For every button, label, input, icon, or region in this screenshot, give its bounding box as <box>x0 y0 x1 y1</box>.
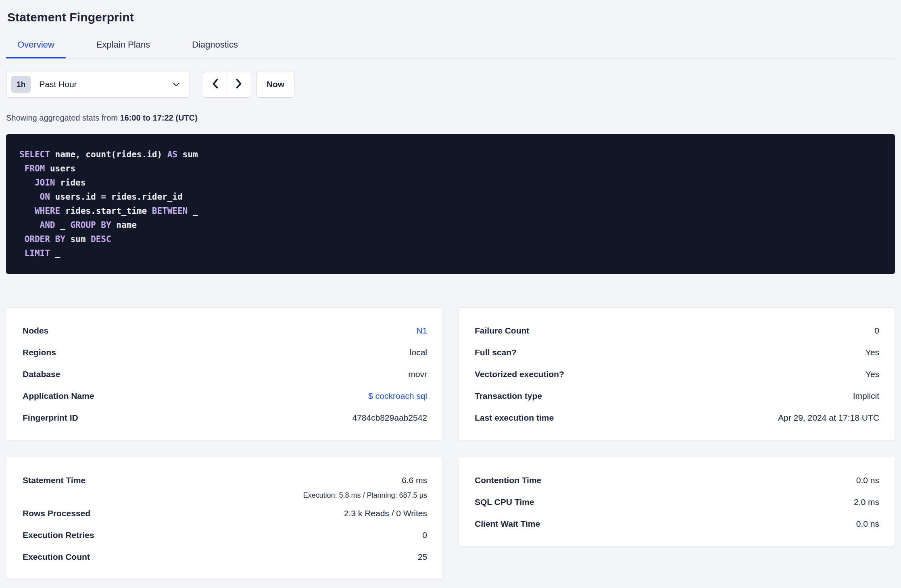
time-controls: 1h Past Hour Now <box>6 71 895 98</box>
stats-line-prefix: Showing aggregated stats from <box>6 113 118 122</box>
time-range-badge: 1h <box>11 76 31 93</box>
info-row-label: Statement Time <box>23 469 86 491</box>
tab-explain-plans[interactable]: Explain Plans <box>85 40 161 58</box>
now-button[interactable]: Now <box>257 71 294 98</box>
info-row: Regionslocal <box>23 342 427 363</box>
chevron-down-icon <box>173 82 180 87</box>
info-row: Contention Time0.0 ns <box>475 469 879 491</box>
sql-text: _ <box>50 248 60 258</box>
sql-keyword: AND <box>40 220 55 230</box>
info-row-value: 4784cb829aab2542 <box>352 413 427 423</box>
sql-keyword: ORDER BY <box>25 234 65 244</box>
info-row-label: Failure Count <box>475 326 529 336</box>
page-title: Statement Fingerprint <box>7 10 895 25</box>
sql-statement-box: SELECT name, count(rides.id) AS sum FROM… <box>6 134 895 274</box>
info-row-label: Application Name <box>23 391 94 401</box>
tab-bar: Overview Explain Plans Diagnostics <box>6 40 895 58</box>
time-range-label: Past Hour <box>39 79 77 89</box>
info-row-value: 6.6 ms <box>402 469 427 491</box>
sql-text: sum <box>177 150 198 159</box>
info-row-subvalue: Execution: 5.8 ms / Planning: 687.5 µs <box>303 491 427 499</box>
info-row-label: Full scan? <box>475 348 517 357</box>
sql-keyword: WHERE <box>35 206 60 216</box>
sql-text <box>19 220 40 230</box>
sql-text: name, count(rides.id) <box>50 150 167 159</box>
sql-line: LIMIT _ <box>19 246 882 261</box>
info-row: Databasemovr <box>23 363 427 385</box>
info-row: Execution Retries0 <box>23 524 427 546</box>
tab-overview[interactable]: Overview <box>6 40 66 58</box>
sql-text <box>19 178 35 188</box>
chevron-right-icon <box>236 78 242 90</box>
info-row-label: Vectorized execution? <box>475 369 564 379</box>
info-row-value: Yes <box>866 348 879 357</box>
sql-text: _ <box>188 206 198 216</box>
sql-keyword: DESC <box>91 234 111 244</box>
sql-keyword: LIMIT <box>25 248 50 258</box>
sql-keyword: AS <box>167 150 177 159</box>
sql-keyword: GROUP BY <box>70 220 111 230</box>
info-row: Transaction typeImplicit <box>475 385 879 407</box>
sql-line: ORDER BY sum DESC <box>19 232 882 246</box>
sql-line: SELECT name, count(rides.id) AS sum <box>19 148 882 162</box>
info-row-value: Implicit <box>853 391 879 401</box>
sql-text <box>19 164 25 173</box>
info-row-label: Rows Processed <box>23 509 90 518</box>
info-row: Statement Time6.6 msExecution: 5.8 ms / … <box>23 469 427 499</box>
prev-time-button[interactable] <box>203 71 227 97</box>
info-row-label: Client Wait Time <box>475 519 540 529</box>
timing-stats-card: Contention Time0.0 nsSQL CPU Time2.0 msC… <box>458 457 895 546</box>
sql-text: sum <box>65 234 91 244</box>
sql-text <box>19 192 40 202</box>
info-row: SQL CPU Time2.0 ms <box>475 491 879 513</box>
sql-keyword: FROM <box>25 164 45 173</box>
info-row-label: Nodes <box>23 326 48 336</box>
info-row-value: 2.0 ms <box>854 497 879 507</box>
sql-text: name <box>111 220 137 230</box>
info-row: NodesN1 <box>23 320 427 342</box>
tab-diagnostics[interactable]: Diagnostics <box>181 40 249 58</box>
info-row-label: Database <box>23 369 60 379</box>
info-row-value: 0.0 ns <box>856 475 879 485</box>
info-row: Failure Count0 <box>475 320 879 342</box>
info-value-link[interactable]: N1 <box>416 326 427 336</box>
sql-keyword: ON <box>40 192 50 202</box>
sql-keyword: BETWEEN <box>152 206 188 216</box>
info-row-value: 0 <box>874 326 879 336</box>
info-value-link[interactable]: $ cockroach sql <box>368 391 427 401</box>
info-row-value-block: 6.6 msExecution: 5.8 ms / Planning: 687.… <box>303 469 427 499</box>
sql-keyword: JOIN <box>35 178 55 188</box>
statement-fingerprint-page: Statement Fingerprint Overview Explain P… <box>0 0 901 588</box>
time-range-picker[interactable]: 1h Past Hour <box>6 71 190 98</box>
info-row: Full scan?Yes <box>475 342 879 363</box>
info-row: Rows Processed2.3 k Reads / 0 Writes <box>23 503 427 524</box>
statement-details-card: NodesN1RegionslocalDatabasemovrApplicati… <box>6 307 443 440</box>
stats-line-range: 16:00 to 17:22 (UTC) <box>120 113 197 122</box>
info-row-label: Transaction type <box>475 391 542 401</box>
info-row: Last execution timeApr 29, 2024 at 17:18… <box>475 407 879 429</box>
info-row-value: 25 <box>418 552 427 562</box>
sql-line: FROM users <box>19 162 882 176</box>
sql-line: AND _ GROUP BY name <box>19 218 882 232</box>
time-step-button-group <box>203 71 251 98</box>
sql-line: ON users.id = rides.rider_id <box>19 190 882 204</box>
sql-text: rides <box>55 178 86 188</box>
info-row-label: Execution Retries <box>23 530 94 540</box>
sql-text: users.id = rides.rider_id <box>50 192 183 202</box>
info-row-value: Apr 29, 2024 at 17:18 UTC <box>778 413 879 423</box>
info-row-value: 0.0 ns <box>856 519 879 529</box>
info-row: Vectorized execution?Yes <box>475 363 879 385</box>
sql-text <box>19 206 35 216</box>
next-time-button[interactable] <box>227 71 251 97</box>
sql-text <box>19 234 25 244</box>
statement-stats-card: Statement Time6.6 msExecution: 5.8 ms / … <box>6 457 443 580</box>
aggregated-stats-line: Showing aggregated stats from 16:00 to 1… <box>6 113 895 123</box>
info-row: Application Name$ cockroach sql <box>23 385 427 407</box>
sql-line: WHERE rides.start_time BETWEEN _ <box>19 204 882 218</box>
info-row-label: SQL CPU Time <box>475 497 534 507</box>
info-row-label: Execution Count <box>23 552 90 562</box>
sql-text: _ <box>55 220 71 230</box>
info-row-label: Contention Time <box>475 475 541 485</box>
cards-grid: NodesN1RegionslocalDatabasemovrApplicati… <box>6 307 895 580</box>
chevron-left-icon <box>212 78 219 90</box>
